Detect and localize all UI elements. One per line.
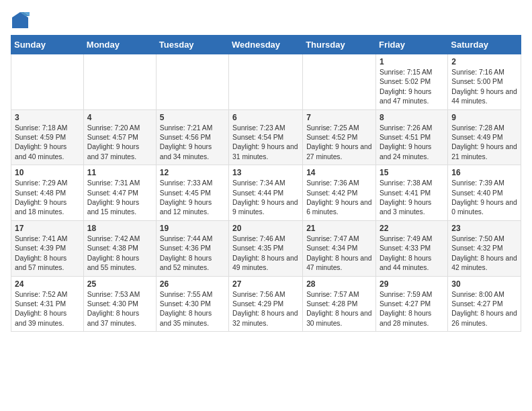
day-number: 14 [306,168,372,177]
calendar-cell: 13Sunrise: 7:34 AMSunset: 4:44 PMDayligh… [229,165,303,221]
calendar-cell [229,54,303,110]
day-info: Sunrise: 7:44 AMSunset: 4:36 PMDaylight:… [160,234,225,273]
day-number: 15 [380,168,444,177]
day-info: Sunrise: 7:15 AMSunset: 5:02 PMDaylight:… [380,68,444,107]
day-info: Sunrise: 7:41 AMSunset: 4:39 PMDaylight:… [15,234,80,273]
day-number: 10 [15,168,80,177]
calendar-cell: 30Sunrise: 8:00 AMSunset: 4:27 PMDayligh… [448,276,521,332]
day-number: 18 [87,224,152,233]
calendar-cell: 28Sunrise: 7:57 AMSunset: 4:28 PMDayligh… [303,276,376,332]
calendar-cell: 3Sunrise: 7:18 AMSunset: 4:59 PMDaylight… [11,109,84,165]
day-info: Sunrise: 7:47 AMSunset: 4:34 PMDaylight:… [306,234,372,273]
day-number: 3 [15,113,80,122]
page-header [11,11,521,30]
calendar-cell: 18Sunrise: 7:42 AMSunset: 4:38 PMDayligh… [83,220,156,276]
day-info: Sunrise: 7:29 AMSunset: 4:48 PMDaylight:… [15,179,80,218]
calendar-cell: 7Sunrise: 7:25 AMSunset: 4:52 PMDaylight… [303,109,376,165]
day-info: Sunrise: 8:00 AMSunset: 4:27 PMDaylight:… [451,290,517,329]
day-info: Sunrise: 7:31 AMSunset: 4:47 PMDaylight:… [87,179,152,218]
day-info: Sunrise: 7:55 AMSunset: 4:30 PMDaylight:… [160,290,225,329]
day-number: 22 [380,224,444,233]
day-number: 24 [15,279,80,289]
day-info: Sunrise: 7:18 AMSunset: 4:59 PMDaylight:… [15,124,80,163]
logo [11,11,32,30]
day-info: Sunrise: 7:42 AMSunset: 4:38 PMDaylight:… [87,234,152,273]
calendar-cell: 26Sunrise: 7:55 AMSunset: 4:30 PMDayligh… [156,276,228,332]
day-info: Sunrise: 7:49 AMSunset: 4:33 PMDaylight:… [380,234,444,273]
day-number: 6 [232,113,299,122]
day-number: 26 [160,279,225,289]
day-info: Sunrise: 7:25 AMSunset: 4:52 PMDaylight:… [306,124,372,163]
day-number: 30 [451,279,517,289]
calendar-cell: 20Sunrise: 7:46 AMSunset: 4:35 PMDayligh… [229,220,303,276]
calendar-cell: 17Sunrise: 7:41 AMSunset: 4:39 PMDayligh… [11,220,84,276]
day-number: 17 [15,224,80,233]
day-info: Sunrise: 7:57 AMSunset: 4:28 PMDaylight:… [306,290,372,329]
weekday-header: Monday [83,36,156,54]
calendar-cell: 6Sunrise: 7:23 AMSunset: 4:54 PMDaylight… [229,109,303,165]
calendar-cell: 19Sunrise: 7:44 AMSunset: 4:36 PMDayligh… [156,220,228,276]
calendar-week-row: 24Sunrise: 7:52 AMSunset: 4:31 PMDayligh… [11,276,521,332]
calendar-week-row: 1Sunrise: 7:15 AMSunset: 5:02 PMDaylight… [11,54,521,110]
day-number: 7 [306,113,372,122]
day-info: Sunrise: 7:59 AMSunset: 4:27 PMDaylight:… [380,290,444,329]
day-info: Sunrise: 7:52 AMSunset: 4:31 PMDaylight:… [15,290,80,329]
weekday-header: Tuesday [156,36,228,54]
day-number: 25 [87,279,152,289]
day-info: Sunrise: 7:56 AMSunset: 4:29 PMDaylight:… [232,290,299,329]
day-info: Sunrise: 7:21 AMSunset: 4:56 PMDaylight:… [160,124,225,163]
day-number: 13 [232,168,299,177]
calendar-week-row: 17Sunrise: 7:41 AMSunset: 4:39 PMDayligh… [11,220,521,276]
day-info: Sunrise: 7:46 AMSunset: 4:35 PMDaylight:… [232,234,299,273]
day-number: 27 [232,279,299,289]
calendar-cell: 12Sunrise: 7:33 AMSunset: 4:45 PMDayligh… [156,165,228,221]
calendar-cell: 29Sunrise: 7:59 AMSunset: 4:27 PMDayligh… [376,276,448,332]
calendar-cell [156,54,228,110]
day-number: 8 [380,113,444,122]
calendar-week-row: 10Sunrise: 7:29 AMSunset: 4:48 PMDayligh… [11,165,521,221]
calendar-table: SundayMondayTuesdayWednesdayThursdayFrid… [11,35,521,332]
calendar-cell: 23Sunrise: 7:50 AMSunset: 4:32 PMDayligh… [448,220,521,276]
day-number: 29 [380,279,444,289]
weekday-header: Thursday [303,36,376,54]
day-info: Sunrise: 7:26 AMSunset: 4:51 PMDaylight:… [380,124,444,163]
weekday-header: Friday [376,36,448,54]
weekday-header: Saturday [448,36,521,54]
calendar-cell: 10Sunrise: 7:29 AMSunset: 4:48 PMDayligh… [11,165,84,221]
day-number: 4 [87,113,152,122]
day-info: Sunrise: 7:36 AMSunset: 4:42 PMDaylight:… [306,179,372,218]
calendar-cell: 9Sunrise: 7:28 AMSunset: 4:49 PMDaylight… [448,109,521,165]
day-info: Sunrise: 7:16 AMSunset: 5:00 PMDaylight:… [451,68,517,107]
calendar-cell: 15Sunrise: 7:38 AMSunset: 4:41 PMDayligh… [376,165,448,221]
day-number: 21 [306,224,372,233]
day-info: Sunrise: 7:53 AMSunset: 4:30 PMDaylight:… [87,290,152,329]
calendar-cell: 11Sunrise: 7:31 AMSunset: 4:47 PMDayligh… [83,165,156,221]
day-info: Sunrise: 7:28 AMSunset: 4:49 PMDaylight:… [451,124,517,163]
calendar-cell: 4Sunrise: 7:20 AMSunset: 4:57 PMDaylight… [83,109,156,165]
calendar-cell: 21Sunrise: 7:47 AMSunset: 4:34 PMDayligh… [303,220,376,276]
day-info: Sunrise: 7:50 AMSunset: 4:32 PMDaylight:… [451,234,517,273]
calendar-cell: 24Sunrise: 7:52 AMSunset: 4:31 PMDayligh… [11,276,84,332]
day-info: Sunrise: 7:34 AMSunset: 4:44 PMDaylight:… [232,179,299,218]
day-number: 23 [451,224,517,233]
weekday-header: Wednesday [229,36,303,54]
day-number: 28 [306,279,372,289]
calendar-cell: 27Sunrise: 7:56 AMSunset: 4:29 PMDayligh… [229,276,303,332]
calendar-cell: 5Sunrise: 7:21 AMSunset: 4:56 PMDaylight… [156,109,228,165]
calendar-cell: 16Sunrise: 7:39 AMSunset: 4:40 PMDayligh… [448,165,521,221]
calendar-cell: 25Sunrise: 7:53 AMSunset: 4:30 PMDayligh… [83,276,156,332]
day-number: 19 [160,224,225,233]
calendar-week-row: 3Sunrise: 7:18 AMSunset: 4:59 PMDaylight… [11,109,521,165]
day-number: 20 [232,224,299,233]
calendar-cell: 2Sunrise: 7:16 AMSunset: 5:00 PMDaylight… [448,54,521,110]
day-number: 1 [380,57,444,66]
day-info: Sunrise: 7:38 AMSunset: 4:41 PMDaylight:… [380,179,444,218]
weekday-header: Sunday [11,36,84,54]
calendar-header-row: SundayMondayTuesdayWednesdayThursdayFrid… [11,36,521,54]
day-info: Sunrise: 7:39 AMSunset: 4:40 PMDaylight:… [451,179,517,218]
calendar-cell: 8Sunrise: 7:26 AMSunset: 4:51 PMDaylight… [376,109,448,165]
day-info: Sunrise: 7:20 AMSunset: 4:57 PMDaylight:… [87,124,152,163]
day-info: Sunrise: 7:33 AMSunset: 4:45 PMDaylight:… [160,179,225,218]
day-number: 16 [451,168,517,177]
calendar-cell: 22Sunrise: 7:49 AMSunset: 4:33 PMDayligh… [376,220,448,276]
